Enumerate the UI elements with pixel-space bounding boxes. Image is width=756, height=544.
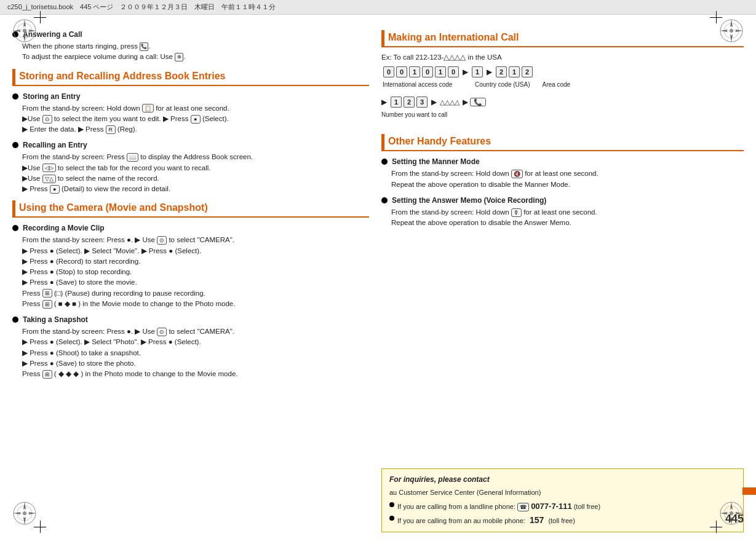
- right-column: Making an International Call Ex: To call…: [381, 24, 744, 535]
- manner-mode-content: From the stand-by screen: Hold down 🔇 fo…: [381, 168, 744, 190]
- num-1a: 1: [409, 66, 420, 77]
- number-group: 1 2 3: [390, 97, 428, 108]
- num-0a: 0: [383, 66, 394, 77]
- key-reg: R: [106, 125, 116, 134]
- num-row-1: 0 0 1 0 1 0 ▶ 1 ▶: [381, 66, 744, 77]
- recording-title: Recording a Movie Clip: [12, 223, 369, 234]
- spacer: [381, 228, 744, 468]
- answer-line1: From the stand-by screen: Hold down 🎙 fo…: [391, 207, 744, 218]
- info-dot-2: [389, 516, 394, 521]
- arrow4: ▶: [431, 97, 437, 108]
- rec-line4: ▶ Press ● (Stop) to stop recording.: [22, 267, 369, 277]
- intl-access-group: 0 0 1 0 1 0: [383, 66, 460, 77]
- manner-line1: From the stand-by screen: Hold down 🔇 fo…: [391, 168, 744, 179]
- country-area-labels: Country code (USA): [475, 80, 530, 89]
- diagram1-labels: International access code Country code (…: [381, 80, 744, 89]
- snap-line1: From the stand-by screen: Press ●. ▶ Use…: [22, 326, 369, 337]
- storing-header: Storing and Recalling Address Book Entri…: [12, 69, 369, 86]
- snap-line4: ▶ Press ● (Save) to store the photo.: [22, 358, 369, 369]
- key-book-open: 📖: [127, 153, 138, 162]
- answer-line2: Repeat the above operation to disable th…: [391, 218, 744, 228]
- manner-mode-title: Setting the Manner Mode: [381, 156, 744, 167]
- snapshot-title: Taking a Snapshot: [12, 314, 369, 325]
- answering-header: Answering a Call: [12, 29, 369, 40]
- diagram1: 0 0 1 0 1 0 ▶ 1 ▶: [381, 66, 744, 119]
- snapshot-content: From the stand-by screen: Press ●. ▶ Use…: [12, 326, 369, 379]
- num-area-2b: 2: [522, 66, 533, 77]
- phone-number-1: 0077-7-111: [531, 502, 572, 511]
- key-phonebook: 📋: [142, 104, 154, 112]
- call-button: 📞: [470, 98, 486, 106]
- info-title: For inquiries, please contact: [389, 474, 736, 485]
- info-bullet-2: If you are calling from an au mobile pho…: [389, 514, 736, 527]
- storing-entry-title: Storing an Entry: [12, 91, 369, 102]
- rec-line5: ▶ Press ● (Save) to store the movie.: [22, 277, 369, 288]
- bullet-storing: [12, 93, 18, 100]
- key-nav-ud: ⊙: [42, 115, 52, 124]
- info-dot-1: [389, 502, 394, 507]
- recalling-entry-title: Recalling an Entry: [12, 140, 369, 151]
- key-detail: ●: [50, 185, 60, 194]
- answering-line1: When the phone starts ringing, press 📞.: [12, 41, 369, 52]
- answering-line2: To adjust the earpiece volume during a c…: [12, 52, 369, 62]
- bullet-answer-memo: [381, 197, 388, 203]
- rec-line1: From the stand-by screen: Press ●. ▶ Use…: [22, 235, 369, 245]
- triangles: △△△△: [440, 97, 460, 108]
- camera-header: Using the Camera (Movie and Snapshot): [12, 200, 369, 218]
- header-text: c250_j_torisetsu.book 445 ページ ２００９年１２月３日…: [7, 2, 276, 12]
- bullet-snapshot: [12, 317, 18, 323]
- crosshair-bl: [34, 521, 46, 533]
- num-area-1: 1: [509, 66, 520, 77]
- left-column: Answering a Call When the phone starts r…: [12, 24, 369, 535]
- key-nav-cam1: ⊙: [157, 236, 167, 245]
- num-area-2a: 2: [496, 66, 507, 77]
- info-text-1: If you are calling from a landline phone…: [397, 500, 600, 513]
- recalling-line2: ▶Use ◁▷ to select the tab for the record…: [22, 163, 369, 173]
- example-text: Ex: To call 212-123-△△△△ in the USA: [381, 52, 744, 63]
- other-features-header: Other Handy Features: [381, 134, 744, 151]
- info-text-2: If you are calling from an au mobile pho…: [397, 514, 575, 527]
- international-section: Making an International Call Ex: To call…: [381, 24, 744, 128]
- phone-number-2: 157: [530, 515, 544, 525]
- manner-line2: Repeat the above operation to disable th…: [391, 179, 744, 190]
- recalling-line3: ▶Use ▽△ to select the name of the record…: [22, 173, 369, 184]
- area-code-group: 2 1 2: [495, 66, 533, 77]
- num-0b: 0: [396, 66, 407, 77]
- recalling-line4: ▶ Press ● (Detail) to view the record in…: [22, 184, 369, 194]
- key-nav-lr: ◁▷: [42, 164, 56, 172]
- num-row-2: ▶ 1 2 3 ▶ △△△△ ▶ 📞: [381, 97, 744, 108]
- page: c250_j_torisetsu.book 445 ページ ２００９年１２月３日…: [0, 0, 756, 544]
- bullet-manner: [381, 159, 388, 165]
- storing-line3: ▶ Enter the data. ▶ Press R (Reg).: [22, 124, 369, 135]
- recalling-entry-content: From the stand-by screen: Press 📖 to dis…: [12, 152, 369, 194]
- call-label: Number you want to call: [381, 110, 744, 119]
- snap-line2: ▶ Press ● (Select). ▶ Select "Photo". ▶ …: [22, 337, 369, 347]
- answer-memo-title: Setting the Answer Memo (Voice Recording…: [381, 195, 744, 206]
- arrow5: ▶: [463, 97, 468, 108]
- snap-line3: ▶ Press ● (Shoot) to take a snapshot.: [22, 348, 369, 358]
- content-area: Answering a Call When the phone starts r…: [0, 15, 756, 542]
- num-0c: 0: [422, 66, 433, 77]
- landline-icon: ☎: [517, 503, 529, 511]
- arrow1: ▶: [463, 66, 468, 77]
- jp-tab: 簡易英語: [742, 487, 756, 495]
- intl-access-label: International access code: [383, 80, 456, 89]
- header-bar: c250_j_torisetsu.book 445 ページ ２００９年１２月３日…: [0, 0, 756, 15]
- vol-key-icon: ⊕: [175, 53, 183, 61]
- area-code-label: Area code: [542, 80, 570, 89]
- key-answer-memo: 🎙: [511, 208, 522, 217]
- num-call-2: 2: [404, 97, 415, 108]
- num-country-1: 1: [472, 66, 483, 77]
- info-bullet-1: If you are calling from a landline phone…: [389, 500, 736, 513]
- num-0d: 0: [448, 66, 459, 77]
- answer-memo-content: From the stand-by screen: Hold down 🎙 fo…: [381, 207, 744, 229]
- arrow2: ▶: [487, 66, 492, 77]
- crosshair-tl: [34, 11, 46, 23]
- key-select1: ●: [191, 115, 201, 124]
- arrow3: ▶: [381, 97, 387, 108]
- bullet-recalling: [12, 142, 18, 148]
- rec-line3: ▶ Press ● (Record) to start recording.: [22, 256, 369, 267]
- rec-line2: ▶ Press ● (Select). ▶ Select "Movie". ▶ …: [22, 246, 369, 256]
- info-company: au Customer Service Center (General Info…: [389, 487, 736, 498]
- phone-key-icon: 📞: [140, 42, 148, 51]
